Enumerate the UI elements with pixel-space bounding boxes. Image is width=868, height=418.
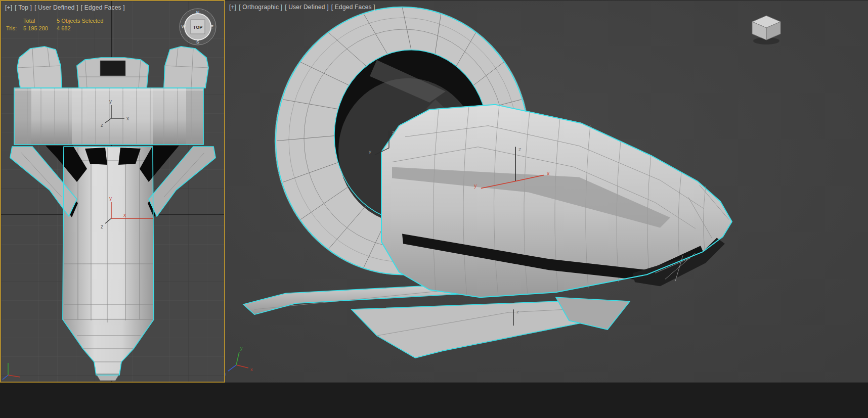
- svg-text:x: x: [126, 116, 129, 121]
- stats-row-objects: Total 5 Objects Selected: [6, 17, 103, 25]
- svg-text:z: z: [392, 129, 395, 135]
- viewport-label-top: [+] [ Top ] [ User Defined ] [ Edged Fac…: [5, 4, 125, 11]
- stats-row-tris: Tris: 5 195 280 4 682: [6, 25, 103, 32]
- svg-text:x: x: [250, 367, 253, 372]
- viewcube[interactable]: TOP N E S W: [178, 7, 218, 47]
- model-prong-center[interactable]: [77, 58, 149, 88]
- svg-text:y: y: [109, 196, 112, 201]
- viewport-statistics: Total 5 Objects Selected Tris: 5 195 280…: [6, 17, 103, 32]
- svg-text:y: y: [109, 99, 112, 104]
- viewcube-west[interactable]: W: [182, 24, 186, 29]
- stats-tris-label: Tris:: [6, 25, 23, 32]
- viewport-orthographic[interactable]: z x y z y z x y z: [225, 0, 868, 383]
- svg-text:z: z: [516, 309, 519, 314]
- viewport-menu-mode[interactable]: [ Edged Faces ]: [81, 4, 125, 11]
- viewport-menu-general[interactable]: [+]: [229, 4, 236, 11]
- viewcube-east[interactable]: E: [210, 24, 213, 29]
- viewport-label-orthographic: [+] [ Orthographic ] [ User Defined ] [ …: [229, 4, 375, 11]
- viewcube-north[interactable]: N: [196, 10, 200, 15]
- svg-text:z: z: [101, 224, 103, 229]
- viewport-menu-mode[interactable]: [ Edged Faces ]: [331, 4, 375, 11]
- svg-text:z: z: [101, 122, 103, 128]
- viewcube[interactable]: [746, 12, 787, 46]
- bottom-panel: [0, 383, 868, 418]
- viewcube-south[interactable]: S: [196, 39, 199, 44]
- svg-text:y: y: [240, 346, 243, 351]
- viewport-menu-general[interactable]: [+]: [5, 4, 12, 11]
- viewport-top[interactable]: y x z y x z [+] [ Top ] [ User Def: [0, 0, 225, 383]
- viewport-menu-shading[interactable]: [ User Defined ]: [34, 4, 78, 11]
- stats-objects-selected: 5 Objects Selected: [57, 17, 103, 25]
- viewcube-face-label[interactable]: TOP: [193, 25, 202, 30]
- viewport-menu-pov[interactable]: [ Orthographic ]: [239, 4, 282, 11]
- model-ring-band[interactable]: [14, 88, 203, 145]
- svg-text:y: y: [369, 149, 371, 154]
- viewport-top-canvas[interactable]: y x z y x z: [1, 1, 224, 382]
- svg-text:z: z: [518, 146, 522, 152]
- svg-text:y: y: [474, 182, 477, 189]
- stats-tris-total: 5 195 280: [23, 25, 57, 32]
- 3dsmax-viewport-area: y x z y x z [+] [ Top ] [ User Def: [0, 0, 868, 418]
- svg-text:x: x: [547, 170, 550, 176]
- svg-text:x: x: [123, 212, 126, 218]
- viewport-menu-shading[interactable]: [ User Defined ]: [285, 4, 329, 11]
- viewport-ortho-canvas[interactable]: z x y z y z x y z: [225, 1, 868, 383]
- stats-tris-selected: 4 682: [57, 25, 71, 32]
- viewport-menu-pov[interactable]: [ Top ]: [15, 4, 32, 11]
- stats-total-label: Total: [23, 17, 57, 25]
